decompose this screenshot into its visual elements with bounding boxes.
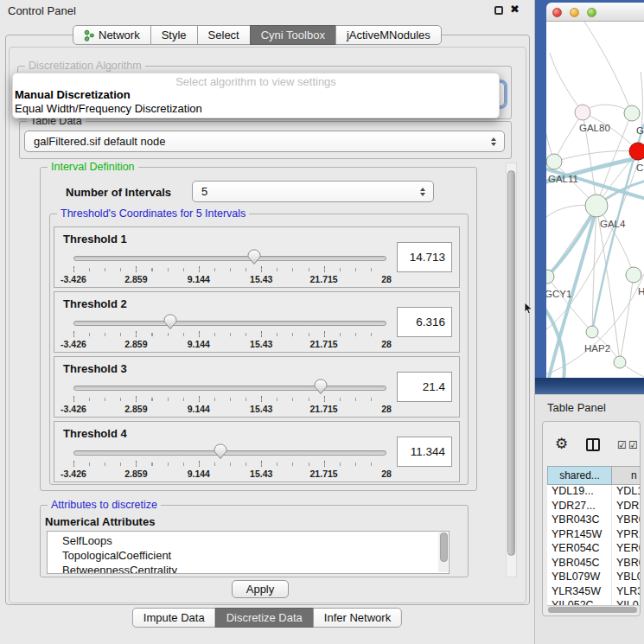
threshold-4-panel: Threshold 4 -3.426 2.859 9.144 15.43 21.… [54, 421, 460, 482]
node-gal11[interactable] [546, 154, 562, 169]
threshold-4-slider[interactable]: -3.426 2.859 9.144 15.43 21.715 28 [73, 443, 386, 481]
slider-thumb[interactable] [247, 249, 261, 265]
column-header-shared-name[interactable]: shared... [547, 466, 612, 485]
columns-icon[interactable] [586, 438, 600, 451]
cell[interactable]: YLR3 [612, 585, 641, 600]
table-row[interactable]: YDL19...YDL1 [547, 485, 641, 500]
tick-label: 28 [381, 404, 392, 414]
threshold-3-value[interactable]: 21.4 [397, 372, 452, 402]
apply-button[interactable]: Apply [232, 580, 289, 598]
checkbox-icon[interactable]: ☑ [617, 439, 627, 451]
table-row[interactable]: YDR27...YDR2 [547, 500, 641, 514]
close-traffic-light[interactable] [552, 8, 562, 17]
tick-label: -3.426 [61, 404, 86, 414]
dropdown-item-equal-width-frequency[interactable]: Equal Width/Frequency Discretization [13, 102, 499, 116]
table-rows: YDL19...YDL1 YDR27...YDR2 YBR043CYBR0 YP… [547, 485, 641, 605]
threshold-1-slider[interactable]: -3.426 2.859 9.144 15.43 21.715 28 [73, 248, 386, 286]
cell[interactable]: YBR045C [547, 557, 612, 571]
cell[interactable]: YBR043C [547, 513, 612, 528]
dropdown-item-manual-discretization[interactable]: Manual Discretization [13, 88, 499, 102]
table-row[interactable]: YIL052CYIL0 [547, 599, 641, 605]
table-row[interactable]: YBR045CYBR0 [547, 557, 641, 571]
slider-track[interactable] [73, 386, 386, 391]
tick-label: 2.859 [124, 339, 147, 349]
node-hap2[interactable] [586, 326, 598, 338]
table-panel-title: Table Panel [547, 401, 606, 414]
threshold-2-panel: Threshold 2 -3.426 2.859 9.144 15.43 21.… [54, 291, 460, 353]
tab-discretize-data[interactable]: Discretize Data [215, 608, 314, 628]
cell[interactable]: YPR145W [547, 528, 612, 543]
table-row[interactable]: YPR145WYPR1 [547, 528, 641, 543]
cell[interactable]: YER054C [547, 542, 612, 557]
tick-label: 15.43 [250, 404, 272, 414]
node-selected-red[interactable] [629, 143, 644, 160]
gear-icon[interactable]: ⚙ [555, 436, 568, 451]
minimize-traffic-light[interactable] [570, 8, 579, 17]
float-window-icon[interactable] [494, 6, 503, 15]
node-gal4[interactable] [585, 194, 608, 217]
cell[interactable]: YBR0 [612, 557, 641, 571]
threshold-2-slider[interactable]: -3.426 2.859 9.144 15.43 21.715 28 [73, 313, 386, 351]
cell[interactable]: YPR1 [612, 528, 641, 543]
panel-scrollbar-thumb[interactable] [507, 170, 515, 556]
threshold-4-value[interactable]: 11.344 [397, 437, 452, 467]
table-data-combobox[interactable]: galFiltered.sif default node [24, 131, 505, 152]
combobox-arrows-icon [416, 188, 430, 196]
network-canvas[interactable]: GAL80 GA C GAL11 GAL4 GCY1 H HAP2 [546, 22, 644, 378]
threshold-1-value[interactable]: 14.713 [397, 242, 452, 272]
table-row[interactable]: YBR043CYBR0 [547, 513, 641, 528]
slider-minor-ticks [73, 462, 386, 466]
cell[interactable]: YDR27... [547, 500, 612, 514]
node-top-right[interactable] [624, 105, 640, 121]
node-label: GA [636, 125, 644, 136]
close-icon[interactable]: ✖ [510, 3, 520, 16]
table-row[interactable]: YER054CYER0 [547, 542, 641, 557]
tab-impute-data[interactable]: Impute Data [132, 608, 216, 628]
tab-select[interactable]: Select [197, 25, 251, 45]
list-item[interactable]: TopologicalCoefficient [48, 548, 449, 563]
node-gal80[interactable] [575, 105, 590, 120]
slider-track[interactable] [73, 321, 386, 326]
cell[interactable]: YLR345W [547, 585, 612, 600]
table-header: shared... n [547, 466, 641, 485]
cell[interactable]: YIL052C [547, 599, 612, 605]
cell[interactable]: YBR0 [612, 513, 641, 528]
cell[interactable]: YDL1 [612, 485, 641, 500]
tab-style[interactable]: Style [150, 25, 198, 45]
tick-label: 9.144 [188, 469, 210, 479]
threshold-2-value[interactable]: 6.316 [397, 307, 452, 337]
zoom-traffic-light[interactable] [587, 8, 596, 17]
table-row[interactable]: YBL079WYBL0 [547, 571, 641, 585]
slider-thumb[interactable] [163, 314, 177, 330]
tick-label: 21.715 [310, 469, 338, 479]
list-item[interactable]: SelfLoops [48, 533, 449, 548]
list-item[interactable]: BetweennessCentrality [48, 563, 449, 574]
node-bottom[interactable] [614, 356, 626, 368]
cell[interactable]: YDL19... [547, 485, 612, 500]
num-intervals-combobox[interactable]: 5 [192, 181, 434, 202]
slider-thumb[interactable] [214, 443, 227, 460]
table-row[interactable]: YLR345WYLR3 [547, 585, 641, 600]
cell[interactable]: YER0 [612, 542, 641, 557]
control-panel: Control Panel ✖ Network Style Select Cyn… [0, 0, 535, 644]
cell[interactable]: YDR2 [612, 500, 641, 514]
slider-track[interactable] [73, 450, 386, 456]
table-hscrollbar-thumb[interactable] [548, 607, 637, 613]
slider-thumb[interactable] [314, 379, 328, 395]
column-header-name[interactable]: n [612, 466, 641, 485]
threshold-3-panel: Threshold 3 -3.426 2.859 9.144 15.43 21.… [54, 356, 460, 418]
threshold-3-slider[interactable]: -3.426 2.859 9.144 15.43 21.715 28 [73, 378, 386, 416]
tab-network[interactable]: Network [73, 25, 151, 45]
tab-jactivemnodules[interactable]: jActiveMNodules [335, 25, 442, 45]
slider-track[interactable] [73, 256, 386, 261]
tick-label: 15.43 [250, 469, 272, 479]
network-window-titlebar[interactable] [546, 3, 644, 22]
tab-infer-network[interactable]: Infer Network [313, 608, 402, 628]
cell[interactable]: YBL079W [547, 571, 612, 585]
node-h[interactable] [626, 267, 641, 283]
tab-cyni-toolbox[interactable]: Cyni Toolbox [250, 25, 336, 45]
list-scrollbar-thumb[interactable] [440, 532, 448, 562]
checkbox-icon[interactable]: ☑ [628, 439, 638, 451]
cell[interactable]: YIL0 [612, 599, 641, 605]
cell[interactable]: YBL0 [612, 571, 641, 585]
